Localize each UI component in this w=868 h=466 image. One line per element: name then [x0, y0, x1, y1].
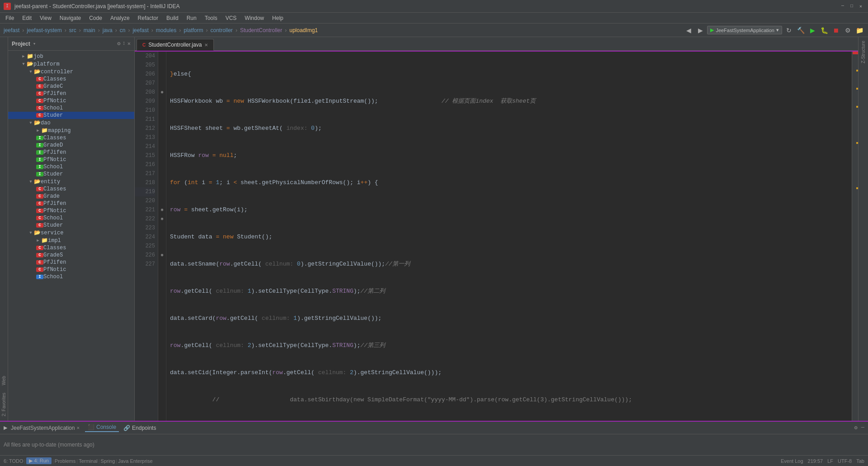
breadcrumb-platform[interactable]: platform	[184, 27, 203, 33]
navigate-back-button[interactable]: ◀	[684, 25, 693, 35]
run-config-dropdown[interactable]: ▶ JeeFastSystemApplication ▾	[707, 26, 782, 34]
breadcrumb-modules[interactable]: modules	[156, 27, 176, 33]
run-tab-close[interactable]: ✕	[76, 425, 80, 431]
sidebar-close-icon[interactable]: ✕	[127, 40, 131, 47]
tab-web[interactable]: Web	[0, 373, 7, 388]
tree-item-gradec[interactable]: C GradeC	[8, 83, 134, 90]
run-app-label[interactable]: JeeFastSystemApplication	[11, 425, 75, 431]
tree-item-classes2[interactable]: I Classes	[8, 134, 134, 142]
menu-navigate[interactable]: Navigate	[56, 14, 85, 22]
menu-file[interactable]: File	[2, 14, 18, 22]
tree-item-school2[interactable]: I School	[8, 163, 134, 171]
tab-student-controller[interactable]: C StudentController.java ✕	[137, 39, 214, 51]
tree-item-pfnotic1[interactable]: C PfNotic	[8, 97, 134, 105]
menu-help[interactable]: Help	[269, 14, 287, 22]
menu-run[interactable]: Run	[183, 14, 200, 22]
tree-item-school4[interactable]: I School	[8, 273, 134, 281]
breadcrumb-jeefast-system[interactable]: jeefast-system	[27, 27, 61, 33]
tree-item-classes1[interactable]: C Classes	[8, 76, 134, 83]
status-problems[interactable]: Problems	[55, 458, 75, 464]
endpoints-tab-label[interactable]: 🔗 Endpoints	[121, 425, 159, 431]
menu-window[interactable]: Window	[241, 14, 268, 22]
tree-item-entity[interactable]: ▼ 📂 entity	[8, 178, 134, 185]
tree-item-pfnotic4[interactable]: C PfNotic	[8, 266, 134, 273]
tree-item-student3[interactable]: C Studer	[8, 222, 134, 229]
tree-item-classes3[interactable]: C Classes	[8, 185, 134, 193]
tree-item-pfnotic2[interactable]: I PfNotic	[8, 156, 134, 163]
console-tab-label[interactable]: ⬛ Console	[85, 424, 119, 432]
fold-222[interactable]: ◉	[158, 214, 166, 223]
stop-button[interactable]: ⏹	[831, 25, 841, 35]
run-settings-icon[interactable]: ⚙	[854, 424, 858, 431]
tree-item-graded[interactable]: I GradeD	[8, 142, 134, 149]
navigate-forward-button[interactable]: ▶	[695, 25, 705, 35]
tree-item-dao[interactable]: ▼ 📂 dao	[8, 119, 134, 127]
tree-item-school1[interactable]: C School	[8, 105, 134, 112]
breadcrumb-cn[interactable]: cn	[120, 27, 126, 33]
status-terminal[interactable]: Terminal	[79, 458, 98, 464]
status-java-enterprise[interactable]: Java Enterprise	[118, 458, 152, 464]
event-log-button[interactable]: Event Log	[781, 458, 803, 464]
status-todo[interactable]: 6: TODO	[4, 458, 24, 464]
sidebar-settings-icon[interactable]: ⚙	[117, 40, 120, 47]
fold-208[interactable]: ◉	[158, 88, 166, 97]
tree-item-mapping[interactable]: ▶ 📁 mapping	[8, 127, 134, 134]
status-line-endings[interactable]: LF	[827, 458, 833, 464]
code-content[interactable]: }else{ HSSFWorkbook wb = new HSSFWorkboo…	[166, 52, 852, 421]
breadcrumb-main[interactable]: main	[84, 27, 95, 33]
tree-item-platform[interactable]: ▼ 📂 platform	[8, 60, 134, 68]
menu-edit[interactable]: Edit	[19, 14, 35, 22]
breadcrumb-student-controller[interactable]: StudentController	[240, 27, 282, 33]
settings-button[interactable]: ⚙	[843, 25, 853, 35]
status-run[interactable]: ▶ 4: Run	[26, 457, 51, 464]
menu-analyze[interactable]: Analyze	[107, 14, 133, 22]
breadcrumb-controller[interactable]: controller	[211, 27, 233, 33]
menu-tools[interactable]: Tools	[201, 14, 221, 22]
status-position[interactable]: 219:57	[808, 458, 823, 464]
run-button[interactable]: ▶	[807, 25, 817, 35]
fold-221[interactable]: ◉	[158, 205, 166, 214]
breadcrumb-jeefast[interactable]: jeefast	[4, 27, 19, 33]
status-indent[interactable]: Tab	[856, 458, 864, 464]
z-structure-label[interactable]: Z-Structure	[861, 37, 866, 67]
breadcrumb-java[interactable]: java	[103, 27, 113, 33]
sidebar-expand-icon[interactable]: ↕	[123, 40, 126, 47]
tree-item-pfjifen1[interactable]: C PfJifen	[8, 90, 134, 97]
tree-item-grade3[interactable]: C Grade	[8, 193, 134, 200]
endpoints-tab[interactable]: 🔗 Endpoints	[121, 425, 159, 431]
minimize-button[interactable]: ─	[839, 3, 846, 10]
window-controls[interactable]: ─ □ ✕	[839, 3, 864, 10]
tree-item-school3[interactable]: C School	[8, 214, 134, 222]
breadcrumb-upload-img1[interactable]: uploadImg1	[289, 27, 318, 33]
tree-item-impl[interactable]: ▶ 📁 impl	[8, 237, 134, 244]
menu-build[interactable]: Build	[163, 14, 182, 22]
tree-item-pfjifen2[interactable]: I PfJifen	[8, 149, 134, 156]
run-minimize-icon[interactable]: ─	[861, 424, 864, 431]
refresh-button[interactable]: ↻	[784, 25, 794, 35]
menu-vcs[interactable]: VCS	[222, 14, 241, 22]
breadcrumb-jeefast2[interactable]: jeefast	[132, 27, 148, 33]
sidebar-dropdown-arrow[interactable]: ▾	[33, 41, 36, 47]
tree-item-job[interactable]: ▶ 📁 job	[8, 52, 134, 60]
menu-code[interactable]: Code	[85, 14, 106, 22]
tree-item-pfjifen4[interactable]: C PfJifen	[8, 259, 134, 266]
tree-item-classes4[interactable]: C Classes	[8, 244, 134, 252]
build-button[interactable]: 🔨	[796, 25, 806, 35]
breadcrumb-src[interactable]: src	[69, 27, 76, 33]
menu-refactor[interactable]: Refactor	[134, 14, 162, 22]
tab-close-button[interactable]: ✕	[204, 43, 208, 48]
tree-item-service[interactable]: ▼ 📂 service	[8, 229, 134, 237]
tree-item-student1[interactable]: C Studer	[8, 112, 134, 119]
maximize-button[interactable]: □	[848, 3, 855, 10]
tree-item-pfjifen3[interactable]: C PfJifen	[8, 200, 134, 207]
tree-item-pfnotic3[interactable]: C PfNotic	[8, 207, 134, 214]
fold-226[interactable]: ◉	[158, 251, 166, 260]
menu-view[interactable]: View	[36, 14, 55, 22]
close-button[interactable]: ✕	[857, 3, 864, 10]
tree-item-student2[interactable]: I Studer	[8, 171, 134, 178]
debug-button[interactable]: 🐛	[819, 25, 829, 35]
tab-2-favorites[interactable]: 2: Favorites	[0, 390, 7, 419]
tree-item-controller[interactable]: ▼ 📂 controller	[8, 68, 134, 76]
status-spring[interactable]: Spring	[101, 458, 115, 464]
tree-item-grades[interactable]: C GradeS	[8, 252, 134, 259]
